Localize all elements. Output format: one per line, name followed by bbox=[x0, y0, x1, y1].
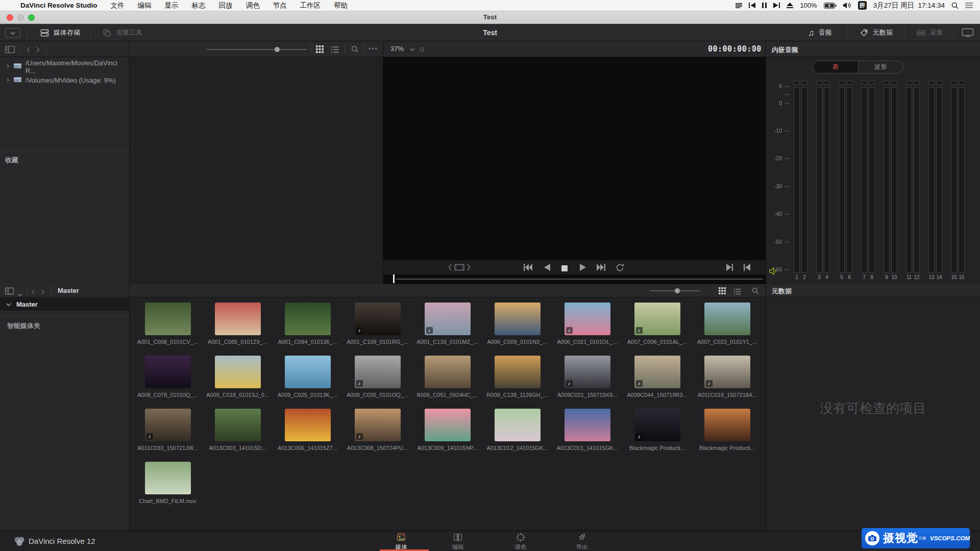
viewer-playhead[interactable] bbox=[393, 274, 395, 283]
app-menu-title[interactable]: DaVinci Resolve Studio bbox=[20, 2, 97, 9]
clip-item[interactable]: R009_C138_1126GH_... bbox=[482, 356, 552, 409]
pool-list-view-button[interactable] bbox=[733, 288, 741, 297]
menubar-menu-3[interactable]: 标志 bbox=[192, 1, 206, 10]
meter-tab-levels[interactable]: 表 bbox=[813, 61, 858, 73]
spotlight-search-icon[interactable] bbox=[951, 2, 959, 9]
clip-item[interactable]: ♪A013C008_150724PU... bbox=[342, 409, 412, 462]
storage-volume-item[interactable]: /Volumes/MVideo (Usage: 9%) bbox=[0, 73, 129, 87]
clip-item[interactable]: ♪A007_C006_0101AL_... bbox=[622, 303, 692, 356]
bin-forward-button[interactable] bbox=[41, 288, 45, 297]
clip-item[interactable]: Blackmagic Producti... bbox=[692, 409, 762, 462]
bin-sidebar-toggle[interactable] bbox=[5, 287, 14, 297]
notification-center-icon[interactable] bbox=[965, 3, 973, 8]
clip-item[interactable]: ♪A009C044_150719R3... bbox=[622, 356, 692, 409]
clip-item[interactable]: ♪A009_C035_0101OQ_... bbox=[342, 356, 412, 409]
clip-thumbnail[interactable]: ♪ bbox=[634, 409, 680, 441]
clip-item[interactable]: ♪A006_C021_0101OL_... bbox=[552, 303, 622, 356]
clip-item[interactable]: ♪A011C033_150721JW... bbox=[133, 409, 203, 462]
clip-item[interactable]: A006_C009_0101N3_... bbox=[482, 303, 552, 356]
storage-search-button[interactable] bbox=[351, 45, 359, 55]
clip-thumbnail[interactable] bbox=[495, 356, 541, 388]
clip-thumbnail[interactable] bbox=[145, 356, 191, 388]
clip-thumbnail[interactable]: ♪ bbox=[704, 356, 750, 388]
clip-item[interactable]: A013C009_141015NP... bbox=[412, 409, 482, 462]
menubar-menu-6[interactable]: 节点 bbox=[273, 1, 287, 10]
play-to-out-button[interactable] bbox=[726, 264, 733, 273]
clip-item[interactable]: ♪A001_C133_0101MZ_... bbox=[412, 303, 482, 356]
clip-thumbnail[interactable]: ♪ bbox=[355, 303, 401, 335]
clip-thumbnail[interactable] bbox=[285, 303, 331, 335]
menubar-clock[interactable]: 3月27日 周日 17:14:34 bbox=[873, 1, 945, 10]
clip-thumbnail[interactable] bbox=[704, 409, 750, 441]
battery-icon[interactable] bbox=[824, 3, 837, 9]
speaker-mute-icon[interactable] bbox=[769, 267, 779, 277]
storage-sidebar-toggle[interactable] bbox=[5, 45, 15, 56]
clip-thumbnail[interactable] bbox=[425, 409, 471, 441]
clip-item[interactable]: A009_C025_01013K_... bbox=[273, 356, 342, 409]
viewer-zoom-select[interactable]: 37% bbox=[390, 45, 415, 53]
pause-icon[interactable] bbox=[762, 3, 767, 8]
jog-shuttle-control[interactable] bbox=[448, 263, 471, 273]
menubar-menu-0[interactable]: 文件 bbox=[111, 1, 125, 10]
meter-tab-waveform[interactable]: 波形 bbox=[858, 61, 903, 73]
first-frame-button[interactable] bbox=[524, 264, 532, 273]
viewer-scrubber[interactable] bbox=[396, 279, 763, 280]
clip-thumbnail[interactable]: ♪ bbox=[565, 356, 610, 388]
previous-track-icon[interactable] bbox=[749, 3, 755, 8]
clip-thumbnail[interactable] bbox=[704, 303, 750, 335]
playlist-icon[interactable] bbox=[736, 3, 742, 8]
play-button[interactable] bbox=[580, 264, 586, 273]
clip-item[interactable]: A001_C085_0101Z9_... bbox=[203, 303, 273, 356]
clip-item[interactable]: A001_C008_0101CV_... bbox=[133, 303, 203, 356]
clip-thumbnail[interactable]: ♪ bbox=[355, 409, 401, 441]
clip-item[interactable]: ♪A001_C109_0101RG_... bbox=[342, 303, 412, 356]
audio-panel-button[interactable]: ♫ 音频 bbox=[808, 24, 832, 41]
clip-item[interactable]: A001_C094_010136_... bbox=[273, 303, 342, 356]
clip-thumbnail[interactable] bbox=[565, 409, 610, 441]
list-view-button[interactable] bbox=[331, 46, 339, 55]
storage-options-button[interactable]: ••• bbox=[369, 45, 378, 53]
clip-thumbnail[interactable] bbox=[215, 303, 261, 335]
tab-deliver[interactable]: 导出 bbox=[564, 532, 600, 551]
clip-item[interactable]: ♪A011C019_15072184... bbox=[692, 356, 762, 409]
clip-thumbnail[interactable] bbox=[425, 356, 471, 388]
bin-item-master[interactable]: Master bbox=[0, 298, 129, 311]
next-track-icon[interactable] bbox=[773, 3, 780, 8]
menubar-menu-5[interactable]: 调色 bbox=[246, 1, 260, 10]
grid-view-button[interactable] bbox=[316, 45, 324, 55]
source-viewer[interactable] bbox=[383, 57, 766, 284]
menubar-menu-8[interactable]: 帮助 bbox=[334, 1, 348, 10]
clip-item[interactable]: A013C003_141015D... bbox=[203, 409, 273, 462]
clip-item[interactable]: A013C006_141015Z7... bbox=[273, 409, 342, 462]
clip-item[interactable]: A008_C078_01010Q_... bbox=[133, 356, 203, 409]
bin-back-button[interactable] bbox=[31, 288, 35, 297]
pool-search-button[interactable] bbox=[752, 287, 759, 296]
clip-thumbnail[interactable]: ♪ bbox=[355, 356, 401, 388]
clip-thumbnail[interactable]: ♪ bbox=[145, 409, 191, 441]
metadata-panel-button[interactable]: 元数据 bbox=[859, 24, 893, 41]
clip-thumbnail[interactable] bbox=[285, 356, 331, 388]
stop-button[interactable] bbox=[561, 264, 568, 273]
clip-thumbnail[interactable]: ♪ bbox=[565, 303, 610, 335]
eject-icon[interactable] bbox=[787, 3, 793, 8]
clip-thumbnail[interactable] bbox=[495, 409, 541, 441]
thumb-size-slider-knob[interactable] bbox=[275, 47, 280, 52]
storage-volume-item[interactable]: /Users/Maxime/Movies/DaVinci R... bbox=[0, 60, 129, 73]
clip-thumbnail[interactable]: ♪ bbox=[634, 356, 680, 388]
play-to-in-button[interactable] bbox=[744, 264, 750, 273]
clip-item[interactable]: B006_C051_0924HC_... bbox=[412, 356, 482, 409]
volume-icon[interactable] bbox=[843, 2, 851, 9]
tab-color[interactable]: 调色 bbox=[502, 532, 539, 551]
menubar-menu-7[interactable]: 工作区 bbox=[300, 1, 321, 10]
clip-thumbnail[interactable]: ♪ bbox=[425, 303, 471, 335]
clip-item[interactable]: Chart_BMD_FILM.mov bbox=[133, 462, 203, 515]
storage-back-button[interactable] bbox=[26, 46, 31, 55]
play-reverse-button[interactable] bbox=[544, 264, 550, 273]
clip-item[interactable]: A013C012_141015GK... bbox=[482, 409, 552, 462]
clip-item[interactable]: A009_C018_0101SJ_0... bbox=[203, 356, 273, 409]
clip-thumbnail[interactable]: ♪ bbox=[634, 303, 680, 335]
clip-thumbnail[interactable] bbox=[145, 303, 191, 335]
pool-thumb-size-slider-knob[interactable] bbox=[675, 288, 680, 293]
fullscreen-viewer-button[interactable] bbox=[962, 24, 974, 41]
loop-button[interactable] bbox=[616, 263, 624, 273]
